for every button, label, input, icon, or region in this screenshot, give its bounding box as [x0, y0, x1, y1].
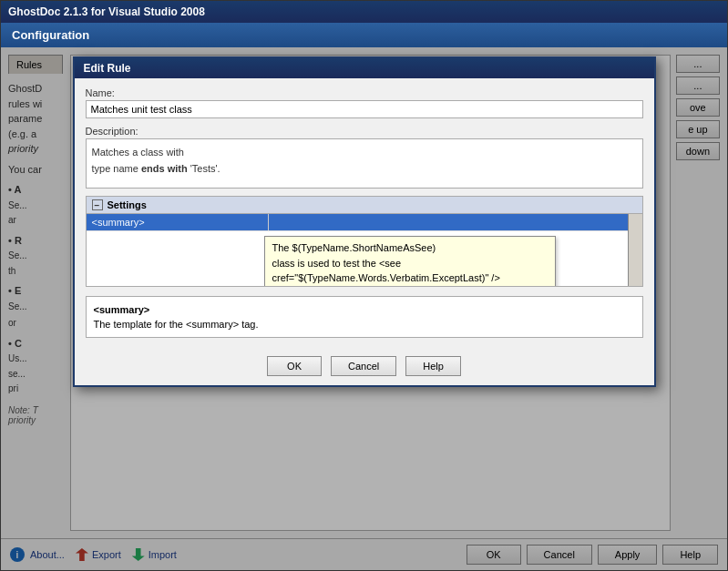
tag-description-header: <summary> — [94, 304, 635, 315]
settings-header: − Settings — [86, 196, 643, 214]
description-text: Matches a class withtype name ends with … — [92, 145, 637, 177]
app-titlebar: GhostDoc 2.1.3 for Visual Studio 2008 — [1, 1, 727, 23]
description-box: Matches a class withtype name ends with … — [86, 138, 643, 189]
name-input[interactable] — [86, 100, 643, 118]
tag-description-text: The template for the <summary> tag. — [94, 319, 635, 330]
settings-label: Settings — [108, 199, 147, 210]
description-field-group: Description: Matches a class withtype na… — [86, 126, 643, 189]
settings-section: − Settings <summary> — [86, 192, 643, 287]
settings-grid: <summary> The $(TypeName.ShortNameAsSee)… — [86, 214, 643, 287]
edit-rule-dialog: Edit Rule Name: Description: — [73, 56, 656, 387]
tag-description-area: <summary> The template for the <summary>… — [86, 296, 643, 338]
grid-row-summary[interactable]: <summary> — [87, 214, 642, 231]
app-title: GhostDoc 2.1.3 for Visual Studio 2008 — [8, 5, 205, 18]
app-window: GhostDoc 2.1.3 for Visual Studio 2008 Co… — [0, 0, 728, 571]
dialog-title: Edit Rule — [84, 62, 131, 75]
grid-cell-value — [269, 214, 642, 230]
dialog-button-bar: OK Cancel Help — [75, 347, 654, 385]
dialog-overlay: Edit Rule Name: Description: — [1, 47, 727, 570]
tooltip-box: The $(TypeName.ShortNameAsSee) class is … — [264, 236, 556, 287]
config-body: Rules GhostDrules wiparame(e.g. apriorit… — [1, 47, 727, 570]
config-title: Configuration — [12, 28, 89, 42]
config-window: Configuration Rules GhostDrules wiparame… — [1, 23, 727, 570]
description-label: Description: — [86, 126, 643, 137]
dialog-cancel-button[interactable]: Cancel — [331, 356, 396, 376]
config-header: Configuration — [1, 23, 727, 47]
name-label: Name: — [86, 87, 643, 98]
dialog-ok-button[interactable]: OK — [267, 356, 322, 376]
name-field-group: Name: — [86, 87, 643, 118]
dialog-help-button[interactable]: Help — [405, 356, 461, 376]
dialog-body: Name: Description: Matches a class witht… — [75, 78, 654, 347]
scrollbar[interactable] — [628, 214, 642, 286]
dialog-titlebar: Edit Rule — [75, 58, 654, 78]
grid-cell-key: <summary> — [87, 214, 269, 230]
collapse-icon[interactable]: − — [92, 199, 103, 210]
